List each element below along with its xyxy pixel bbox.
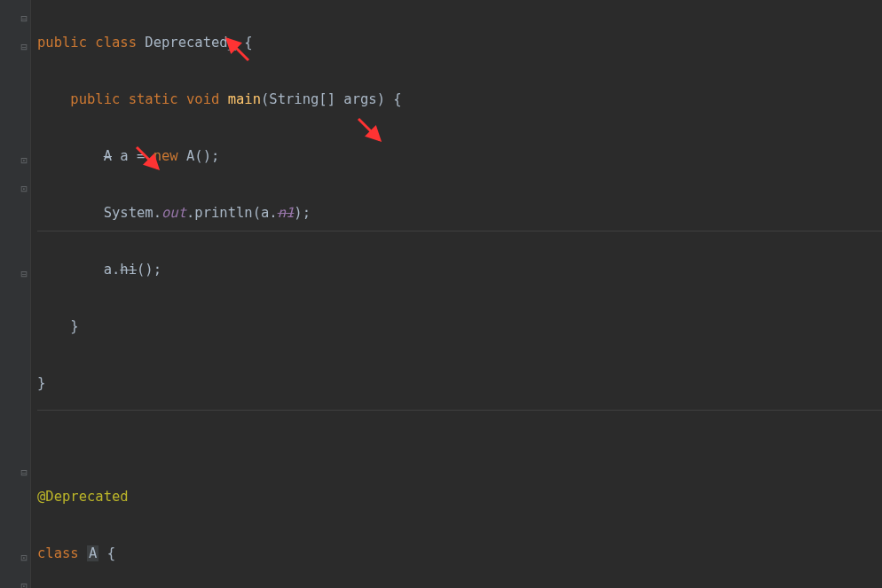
code-line[interactable]: @Deprecated	[37, 482, 402, 511]
params: (String[] args) {	[261, 91, 402, 107]
fold-end-icon[interactable]: ⊡	[20, 146, 28, 155]
fold-marker-icon[interactable]: ⊟	[20, 33, 28, 42]
keyword-public: public	[37, 35, 87, 51]
keyword-new: new	[154, 148, 178, 164]
gutter: ⊟ ⊟ ⊡ ⊡ ⊟ ⊟ ⊡ ⊡	[0, 0, 31, 588]
deprecated-field-ref: n1	[278, 205, 295, 221]
constructor-call: A();	[178, 148, 220, 164]
class-name: Deprecated_	[145, 35, 236, 51]
code-line[interactable]: public class Deprecated_ {	[37, 28, 402, 57]
keyword-class: class	[37, 545, 79, 561]
code-line[interactable]: }	[37, 369, 402, 397]
keyword-public: public	[70, 91, 120, 107]
code-editor-content[interactable]: public class Deprecated_ { public static…	[37, 0, 402, 588]
code-line[interactable]: }	[37, 312, 402, 341]
field-out: out	[161, 205, 186, 221]
code-line[interactable]: a.hi();	[37, 255, 402, 284]
code-line[interactable]: A a = new A();	[37, 142, 402, 170]
println-call: .println(a.	[186, 205, 278, 221]
code-line[interactable]: System.out.println(a.n1);	[37, 199, 402, 227]
keyword-void: void	[186, 91, 219, 107]
deprecated-method-ref: hi	[120, 262, 137, 278]
fold-marker-icon[interactable]: ⊟	[20, 4, 28, 13]
class-name-highlighted: A	[87, 545, 98, 561]
separator-line	[37, 410, 882, 411]
call-parens: ();	[137, 262, 161, 278]
var-decl: a =	[112, 148, 154, 164]
var-ref: a.	[104, 262, 121, 278]
fold-marker-icon[interactable]: ⊟	[20, 260, 28, 269]
fold-end-icon[interactable]: ⊡	[20, 544, 28, 553]
deprecated-class-ref: A	[104, 148, 112, 164]
annotation-deprecated: @Deprecated	[37, 489, 129, 505]
code-line[interactable]: class A {	[37, 539, 402, 568]
brace: {	[236, 35, 253, 51]
brace-close: }	[37, 375, 45, 391]
fold-end-icon[interactable]: ⊡	[20, 175, 28, 184]
close-paren: );	[294, 205, 311, 221]
separator-line	[37, 231, 882, 231]
code-line[interactable]: public static void main(String[] args) {	[37, 85, 402, 114]
keyword-class: class	[95, 35, 137, 51]
fold-end-icon[interactable]: ⊡	[20, 572, 28, 581]
brace-close: }	[70, 318, 78, 334]
code-line-blank[interactable]	[37, 426, 402, 454]
system: System.	[104, 205, 161, 221]
brace: {	[98, 545, 115, 561]
method-main: main	[228, 91, 261, 107]
keyword-static: static	[129, 91, 178, 107]
fold-marker-icon[interactable]: ⊟	[20, 459, 28, 467]
